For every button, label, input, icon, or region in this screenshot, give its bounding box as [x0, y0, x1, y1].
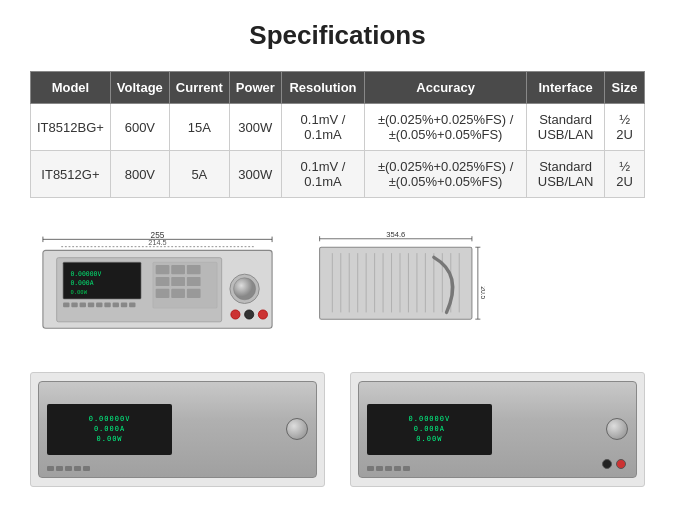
cell-resolution-2: 0.1mV / 0.1mA — [281, 151, 364, 198]
svg-rect-14 — [80, 303, 86, 308]
specifications-table: Model Voltage Current Power Resolution A… — [30, 71, 645, 198]
display-power-left: 0.00W — [97, 435, 123, 443]
cell-current-2: 5A — [169, 151, 229, 198]
svg-text:214.5: 214.5 — [148, 238, 166, 247]
svg-rect-16 — [96, 303, 102, 308]
device-body-left: 0.00000V 0.000A 0.00W — [38, 381, 317, 477]
svg-rect-18 — [113, 303, 119, 308]
svg-text:0.000A: 0.000A — [70, 279, 93, 287]
col-header-power: Power — [229, 72, 281, 104]
svg-point-35 — [258, 310, 267, 319]
cell-power-1: 300W — [229, 104, 281, 151]
button-r1 — [367, 466, 374, 471]
device-knob-right — [606, 418, 628, 440]
cell-resolution-1: 0.1mV / 0.1mA — [281, 104, 364, 151]
display-power-right: 0.00W — [416, 435, 442, 443]
cell-size-2: ½ 2U — [605, 151, 645, 198]
terminal-black-right — [602, 459, 612, 469]
col-header-current: Current — [169, 72, 229, 104]
svg-rect-12 — [63, 303, 69, 308]
svg-rect-20 — [129, 303, 135, 308]
svg-rect-15 — [88, 303, 94, 308]
table-row: IT8512G+ 800V 5A 300W 0.1mV / 0.1mA ±(0.… — [31, 151, 645, 198]
svg-rect-13 — [71, 303, 77, 308]
device-buttons-right — [367, 466, 410, 471]
button-r3 — [385, 466, 392, 471]
svg-point-34 — [245, 310, 254, 319]
display-row-mid: 0.000A — [94, 425, 125, 433]
svg-rect-28 — [156, 289, 170, 298]
cell-interface-2: Standard USB/LAN — [527, 151, 605, 198]
cell-size-1: ½ 2U — [605, 104, 645, 151]
svg-rect-23 — [171, 265, 185, 274]
svg-rect-19 — [121, 303, 127, 308]
device-display-right: 0.00000V 0.000A 0.00W — [367, 404, 491, 456]
device-body-right: 0.00000V 0.000A 0.00W — [358, 381, 637, 477]
svg-text:0.00W: 0.00W — [70, 289, 87, 295]
device-terminals-right — [602, 459, 626, 469]
svg-rect-30 — [187, 289, 201, 298]
front-diagram: 255 214.5 0.00000V 0.000A 0.00W — [30, 232, 285, 342]
photos-section: 0.00000V 0.000A 0.00W — [30, 372, 645, 487]
svg-rect-17 — [104, 303, 110, 308]
svg-rect-26 — [171, 277, 185, 286]
page-title: Specifications — [30, 20, 645, 51]
display-voltage-right: 0.00000V — [408, 415, 450, 423]
cell-voltage-1: 600V — [110, 104, 169, 151]
device-photo-left: 0.00000V 0.000A 0.00W — [30, 372, 325, 487]
cell-voltage-2: 800V — [110, 151, 169, 198]
cell-accuracy-1: ±(0.025%+0.025%FS) / ±(0.05%+0.05%FS) — [365, 104, 527, 151]
side-diagram: 354.6 20.5 — [315, 232, 485, 342]
cell-current-1: 15A — [169, 104, 229, 151]
svg-rect-29 — [171, 289, 185, 298]
button-1 — [47, 466, 54, 471]
svg-point-32 — [234, 278, 256, 300]
svg-point-33 — [231, 310, 240, 319]
button-r2 — [376, 466, 383, 471]
svg-rect-27 — [187, 277, 201, 286]
button-r4 — [394, 466, 401, 471]
diagrams-section: 255 214.5 0.00000V 0.000A 0.00W — [30, 222, 645, 352]
button-2 — [56, 466, 63, 471]
button-r5 — [403, 466, 410, 471]
col-header-resolution: Resolution — [281, 72, 364, 104]
cell-accuracy-2: ±(0.025%+0.025%FS) / ±(0.05%+0.05%FS) — [365, 151, 527, 198]
display-row-mid-r: 0.000A — [414, 425, 445, 433]
display-current-left: 0.000A — [94, 425, 125, 433]
display-current-right: 0.000A — [414, 425, 445, 433]
svg-text:354.6: 354.6 — [386, 232, 405, 239]
cell-model-2: IT8512G+ — [31, 151, 111, 198]
cell-model-1: IT8512BG+ — [31, 104, 111, 151]
svg-text:20.5: 20.5 — [480, 286, 485, 299]
button-4 — [74, 466, 81, 471]
col-header-size: Size — [605, 72, 645, 104]
display-row-bot-r: 0.00W — [416, 435, 442, 443]
svg-text:0.00000V: 0.00000V — [70, 270, 101, 278]
svg-rect-24 — [187, 265, 201, 274]
device-photo-right: 0.00000V 0.000A 0.00W — [350, 372, 645, 487]
col-header-accuracy: Accuracy — [365, 72, 527, 104]
display-row-top: 0.00000V — [89, 415, 131, 423]
terminal-red-right — [616, 459, 626, 469]
device-knob-left — [286, 418, 308, 440]
svg-rect-25 — [156, 277, 170, 286]
table-row: IT8512BG+ 600V 15A 300W 0.1mV / 0.1mA ±(… — [31, 104, 645, 151]
display-voltage-left: 0.00000V — [89, 415, 131, 423]
device-display-left: 0.00000V 0.000A 0.00W — [47, 404, 171, 456]
display-row-top-r: 0.00000V — [408, 415, 450, 423]
cell-power-2: 300W — [229, 151, 281, 198]
svg-rect-22 — [156, 265, 170, 274]
col-header-model: Model — [31, 72, 111, 104]
button-5 — [83, 466, 90, 471]
col-header-voltage: Voltage — [110, 72, 169, 104]
button-3 — [65, 466, 72, 471]
cell-interface-1: Standard USB/LAN — [527, 104, 605, 151]
device-buttons-left — [47, 466, 90, 471]
col-header-interface: Interface — [527, 72, 605, 104]
display-row-bot: 0.00W — [97, 435, 123, 443]
